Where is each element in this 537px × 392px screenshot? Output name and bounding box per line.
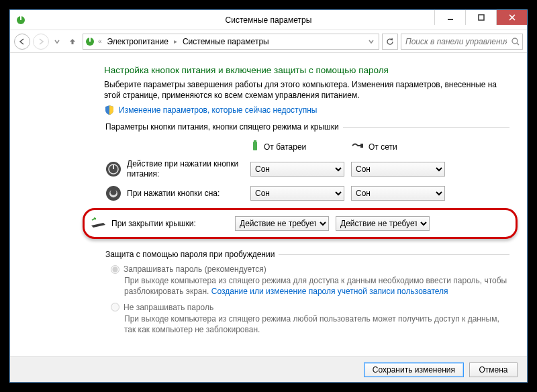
page-desc: Выберите параметры завершения работы для… [104, 79, 509, 101]
power-button-battery-select[interactable]: Сон [250, 162, 344, 177]
save-button[interactable]: Сохранить изменения [364, 362, 464, 377]
create-change-password-link[interactable]: Создание или изменение пароля учетной за… [211, 287, 448, 296]
refresh-button[interactable] [382, 34, 398, 50]
cancel-button[interactable]: Отмена [469, 362, 518, 377]
plug-icon [351, 141, 364, 152]
sleep-button-icon [104, 184, 123, 203]
col-ac-label: От сети [369, 142, 397, 152]
power-buttons-group: Параметры кнопки питания, кнопки спящего… [104, 122, 509, 244]
breadcrumb-system-settings[interactable]: Системные параметры [180, 37, 272, 46]
search-icon [511, 37, 520, 46]
close-button[interactable] [496, 10, 527, 25]
power-button-ac-select[interactable]: Сон [351, 162, 445, 177]
svg-rect-7 [253, 142, 257, 150]
search-box[interactable] [401, 34, 523, 50]
row-sleep-button: При нажатии кнопки сна: Сон Сон [104, 184, 509, 203]
no-password-body: При выходе компьютера из спящего режима … [124, 313, 509, 335]
svg-rect-3 [479, 15, 484, 20]
col-battery-label: От батареи [264, 142, 306, 152]
svg-point-13 [106, 186, 121, 201]
no-password-radio [111, 303, 119, 311]
svg-rect-5 [89, 38, 91, 42]
row-sleep-label: При нажатии кнопки сна: [127, 189, 250, 198]
up-button[interactable] [65, 34, 80, 49]
no-password-title: Не запрашивать пароль [124, 303, 213, 312]
group1-legend: Параметры кнопки питания, кнопки спящего… [104, 122, 343, 132]
power-options-icon [15, 15, 26, 26]
footer: Сохранить изменения Отмена [10, 356, 527, 382]
content-area: Настройка кнопок питания и включение защ… [10, 54, 527, 356]
svg-rect-2 [448, 19, 453, 20]
svg-rect-8 [254, 140, 256, 142]
row-power-button: Действие при нажатии кнопки питания: Сон… [104, 159, 509, 179]
battery-icon [250, 140, 260, 154]
row-lid-close: При закрытии крышки: Действие не требует… [89, 214, 509, 233]
power-options-icon [85, 36, 95, 47]
group2-legend: Защита с помощью пароля при пробуждении [104, 250, 279, 259]
lid-close-battery-select[interactable]: Действие не требуется [235, 216, 329, 231]
unlock-settings-link[interactable]: Изменение параметров, которые сейчас нед… [119, 105, 318, 115]
require-password-title: Запрашивать пароль (рекомендуется) [124, 264, 266, 274]
forward-button[interactable] [33, 34, 49, 50]
page-heading: Настройка кнопок питания и включение защ… [104, 65, 509, 75]
lid-close-ac-select[interactable]: Действие не требуется [336, 216, 430, 231]
row-power-label: Действие при нажатии кнопки питания: [127, 159, 250, 179]
password-protection-group: Защита с помощью пароля при пробуждении … [104, 250, 509, 340]
address-bar[interactable]: « Электропитание ▸ Системные параметры [83, 34, 379, 50]
svg-rect-12 [113, 164, 114, 169]
window: Системные параметры « Электропитание ▸ С… [9, 9, 528, 383]
power-button-icon [104, 160, 123, 179]
svg-point-6 [512, 38, 518, 44]
sleep-button-battery-select[interactable]: Сон [250, 186, 344, 201]
shield-icon [104, 105, 115, 115]
chevron-down-icon[interactable] [368, 38, 375, 45]
sleep-button-ac-select[interactable]: Сон [351, 186, 445, 201]
breadcrumb-power[interactable]: Электропитание [105, 37, 171, 46]
lid-close-highlight: При закрытии крышки: Действие не требует… [83, 208, 518, 239]
require-password-radio [111, 265, 119, 274]
laptop-lid-icon [89, 214, 107, 233]
search-input[interactable] [404, 36, 508, 47]
svg-rect-1 [20, 16, 21, 20]
minimize-button[interactable] [434, 10, 465, 25]
row-lid-label: При закрытии крышки: [111, 219, 235, 228]
back-button[interactable] [14, 34, 30, 50]
history-dropdown[interactable] [52, 34, 62, 50]
chevron-left-icon: « [97, 38, 103, 45]
maximize-button[interactable] [465, 10, 496, 25]
titlebar: Системные параметры [10, 10, 527, 30]
navbar: « Электропитание ▸ Системные параметры [10, 30, 527, 53]
svg-rect-9 [360, 144, 363, 148]
chevron-right-icon: ▸ [173, 38, 179, 45]
window-controls [434, 10, 527, 25]
